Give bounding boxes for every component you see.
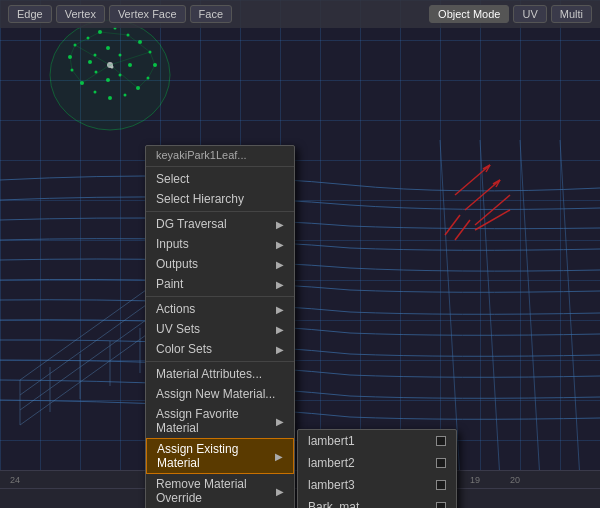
ruler-tick-20: 20 <box>510 475 520 485</box>
checkbox-lambert3 <box>436 480 446 490</box>
checkbox-bark-mat <box>436 502 446 508</box>
checkbox-lambert1 <box>436 436 446 446</box>
menu-separator-3 <box>146 296 294 297</box>
submenu-item-lambert2[interactable]: lambert2 <box>298 452 456 474</box>
menu-item-actions[interactable]: Actions ▶ <box>146 299 294 319</box>
menu-item-dg-traversal[interactable]: DG Traversal ▶ <box>146 214 294 234</box>
menu-item-paint[interactable]: Paint ▶ <box>146 274 294 294</box>
arrow-icon: ▶ <box>276 259 284 270</box>
submenu-item-lambert3[interactable]: lambert3 <box>298 474 456 496</box>
assign-existing-submenu: lambert1 lambert2 lambert3 Bark_mat Floo… <box>297 429 457 508</box>
submenu-item-bark-mat[interactable]: Bark_mat <box>298 496 456 508</box>
menu-item-select-hierarchy[interactable]: Select Hierarchy <box>146 189 294 209</box>
menu-item-inputs[interactable]: Inputs ▶ <box>146 234 294 254</box>
object-mode-button[interactable]: Object Mode <box>429 5 509 23</box>
menu-item-uv-sets[interactable]: UV Sets ▶ <box>146 319 294 339</box>
menu-item-material-attributes[interactable]: Material Attributes... <box>146 364 294 384</box>
arrow-icon: ▶ <box>276 304 284 315</box>
arrow-icon: ▶ <box>276 416 284 427</box>
ruler-tick-19: 19 <box>470 475 480 485</box>
arrow-icon: ▶ <box>276 239 284 250</box>
menu-separator-2 <box>146 211 294 212</box>
checkbox-lambert2 <box>436 458 446 468</box>
context-menu: keyakiPark1Leaf... Select Select Hierarc… <box>145 145 295 508</box>
arrow-icon: ▶ <box>276 279 284 290</box>
face-button[interactable]: Face <box>190 5 232 23</box>
multi-button[interactable]: Multi <box>551 5 592 23</box>
submenu-item-lambert1[interactable]: lambert1 <box>298 430 456 452</box>
arrow-icon: ▶ <box>276 324 284 335</box>
arrow-icon: ▶ <box>276 344 284 355</box>
menu-item-assign-favorite[interactable]: Assign Favorite Material ▶ <box>146 404 294 438</box>
edge-button[interactable]: Edge <box>8 5 52 23</box>
arrow-icon: ▶ <box>276 219 284 230</box>
menu-header: keyakiPark1Leaf... <box>146 146 294 164</box>
menu-item-remove-override[interactable]: Remove Material Override ▶ <box>146 474 294 508</box>
menu-item-assign-new[interactable]: Assign New Material... <box>146 384 294 404</box>
ruler-tick-24: 24 <box>10 475 20 485</box>
uv-button[interactable]: UV <box>513 5 546 23</box>
vertex-button[interactable]: Vertex <box>56 5 105 23</box>
menu-item-assign-existing[interactable]: Assign Existing Material ▶ lambert1 lamb… <box>146 438 294 474</box>
menu-item-color-sets[interactable]: Color Sets ▶ <box>146 339 294 359</box>
top-toolbar: Edge Vertex Vertex Face Face Object Mode… <box>0 0 600 28</box>
menu-separator-1 <box>146 166 294 167</box>
vertex-face-button[interactable]: Vertex Face <box>109 5 186 23</box>
menu-separator-4 <box>146 361 294 362</box>
arrow-icon: ▶ <box>275 451 283 462</box>
arrow-icon: ▶ <box>276 486 284 497</box>
viewport: Edge Vertex Vertex Face Face Object Mode… <box>0 0 600 508</box>
menu-item-outputs[interactable]: Outputs ▶ <box>146 254 294 274</box>
menu-item-select[interactable]: Select <box>146 169 294 189</box>
